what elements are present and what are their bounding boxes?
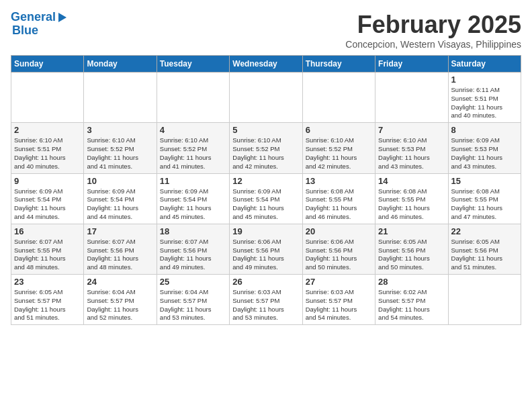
day-info: Sunrise: 6:08 AM Sunset: 5:55 PM Dayligh… [378,187,445,222]
calendar-cell: 10Sunrise: 6:09 AM Sunset: 5:54 PM Dayli… [84,173,157,224]
calendar-cell: 8Sunrise: 6:09 AM Sunset: 5:53 PM Daylig… [448,123,521,173]
page-header: General Blue February 2025 Concepcion, W… [11,11,521,50]
logo: General Blue [11,11,66,38]
weekday-header-friday: Friday [375,56,448,73]
day-number: 5 [232,125,299,135]
calendar-week-row: 2Sunrise: 6:10 AM Sunset: 5:51 PM Daylig… [11,123,521,173]
calendar-cell: 12Sunrise: 6:09 AM Sunset: 5:54 PM Dayli… [230,173,302,224]
day-info: Sunrise: 6:09 AM Sunset: 5:54 PM Dayligh… [160,187,226,222]
weekday-header-saturday: Saturday [448,56,521,73]
calendar-cell: 16Sunrise: 6:07 AM Sunset: 5:55 PM Dayli… [11,224,84,274]
day-info: Sunrise: 6:10 AM Sunset: 5:52 PM Dayligh… [87,136,153,171]
day-number: 28 [378,277,445,287]
calendar-table: SundayMondayTuesdayWednesdayThursdayFrid… [11,55,521,325]
weekday-header-tuesday: Tuesday [157,56,229,73]
calendar-week-row: 1Sunrise: 6:11 AM Sunset: 5:51 PM Daylig… [11,73,521,123]
calendar-cell [84,73,157,123]
calendar-cell: 13Sunrise: 6:08 AM Sunset: 5:55 PM Dayli… [302,173,375,224]
weekday-header-wednesday: Wednesday [230,56,302,73]
day-info: Sunrise: 6:05 AM Sunset: 5:56 PM Dayligh… [451,238,518,272]
logo-arrow-icon [58,13,66,22]
day-number: 1 [451,75,518,85]
day-info: Sunrise: 6:09 AM Sunset: 5:54 PM Dayligh… [232,187,299,222]
day-info: Sunrise: 6:10 AM Sunset: 5:53 PM Dayligh… [378,136,445,171]
day-info: Sunrise: 6:08 AM Sunset: 5:55 PM Dayligh… [306,187,372,222]
logo-text: General [11,11,56,24]
day-number: 25 [160,277,226,287]
calendar-cell: 6Sunrise: 6:10 AM Sunset: 5:52 PM Daylig… [302,123,375,173]
calendar-cell: 9Sunrise: 6:09 AM Sunset: 5:54 PM Daylig… [11,173,84,224]
day-info: Sunrise: 6:10 AM Sunset: 5:52 PM Dayligh… [306,136,372,171]
weekday-header-sunday: Sunday [11,56,84,73]
day-number: 7 [378,125,445,135]
calendar-week-row: 16Sunrise: 6:07 AM Sunset: 5:55 PM Dayli… [11,224,521,274]
calendar-cell: 2Sunrise: 6:10 AM Sunset: 5:51 PM Daylig… [11,123,84,173]
day-info: Sunrise: 6:08 AM Sunset: 5:55 PM Dayligh… [451,187,518,222]
day-number: 24 [87,277,153,287]
day-number: 17 [87,226,153,236]
calendar-cell [448,275,521,325]
calendar-cell [157,73,229,123]
day-number: 2 [14,125,81,135]
day-info: Sunrise: 6:07 AM Sunset: 5:56 PM Dayligh… [160,238,226,272]
day-number: 20 [306,226,372,236]
day-number: 21 [378,226,445,236]
day-number: 4 [160,125,226,135]
calendar-cell: 20Sunrise: 6:06 AM Sunset: 5:56 PM Dayli… [302,224,375,274]
day-number: 6 [306,125,372,135]
calendar-cell: 28Sunrise: 6:02 AM Sunset: 5:57 PM Dayli… [375,275,448,325]
calendar-cell: 22Sunrise: 6:05 AM Sunset: 5:56 PM Dayli… [448,224,521,274]
day-number: 23 [14,277,81,287]
weekday-header-monday: Monday [84,56,157,73]
calendar-cell: 11Sunrise: 6:09 AM Sunset: 5:54 PM Dayli… [157,173,229,224]
calendar-cell [11,73,84,123]
day-number: 22 [451,226,518,236]
weekday-header-thursday: Thursday [302,56,375,73]
calendar-cell: 24Sunrise: 6:04 AM Sunset: 5:57 PM Dayli… [84,275,157,325]
day-info: Sunrise: 6:05 AM Sunset: 5:56 PM Dayligh… [378,238,445,272]
day-number: 16 [14,226,81,236]
day-number: 8 [451,125,518,135]
calendar-cell: 7Sunrise: 6:10 AM Sunset: 5:53 PM Daylig… [375,123,448,173]
month-year: February 2025 [345,11,521,39]
calendar-cell: 23Sunrise: 6:05 AM Sunset: 5:57 PM Dayli… [11,275,84,325]
calendar-cell [302,73,375,123]
day-number: 10 [87,176,153,186]
day-number: 15 [451,176,518,186]
day-info: Sunrise: 6:10 AM Sunset: 5:52 PM Dayligh… [160,136,226,171]
day-number: 3 [87,125,153,135]
day-info: Sunrise: 6:11 AM Sunset: 5:51 PM Dayligh… [451,86,518,120]
day-number: 11 [160,176,226,186]
day-info: Sunrise: 6:09 AM Sunset: 5:53 PM Dayligh… [451,136,518,171]
day-number: 12 [232,176,299,186]
day-info: Sunrise: 6:04 AM Sunset: 5:57 PM Dayligh… [87,288,153,322]
calendar-cell: 14Sunrise: 6:08 AM Sunset: 5:55 PM Dayli… [375,173,448,224]
title-block: February 2025 Concepcion, Western Visaya… [345,11,521,50]
calendar-cell: 4Sunrise: 6:10 AM Sunset: 5:52 PM Daylig… [157,123,229,173]
day-info: Sunrise: 6:05 AM Sunset: 5:57 PM Dayligh… [14,288,81,322]
day-info: Sunrise: 6:07 AM Sunset: 5:56 PM Dayligh… [87,238,153,272]
calendar-week-row: 9Sunrise: 6:09 AM Sunset: 5:54 PM Daylig… [11,173,521,224]
day-info: Sunrise: 6:10 AM Sunset: 5:52 PM Dayligh… [232,136,299,171]
logo-blue: Blue [12,24,38,38]
calendar-cell: 17Sunrise: 6:07 AM Sunset: 5:56 PM Dayli… [84,224,157,274]
calendar-cell: 3Sunrise: 6:10 AM Sunset: 5:52 PM Daylig… [84,123,157,173]
day-info: Sunrise: 6:03 AM Sunset: 5:57 PM Dayligh… [306,288,372,322]
day-number: 19 [232,226,299,236]
day-info: Sunrise: 6:04 AM Sunset: 5:57 PM Dayligh… [160,288,226,322]
day-info: Sunrise: 6:09 AM Sunset: 5:54 PM Dayligh… [14,187,81,222]
calendar-cell: 15Sunrise: 6:08 AM Sunset: 5:55 PM Dayli… [448,173,521,224]
day-info: Sunrise: 6:02 AM Sunset: 5:57 PM Dayligh… [378,288,445,322]
day-info: Sunrise: 6:10 AM Sunset: 5:51 PM Dayligh… [14,136,81,171]
day-info: Sunrise: 6:09 AM Sunset: 5:54 PM Dayligh… [87,187,153,222]
day-number: 9 [14,176,81,186]
day-number: 26 [232,277,299,287]
day-info: Sunrise: 6:07 AM Sunset: 5:55 PM Dayligh… [14,238,81,272]
day-number: 14 [378,176,445,186]
calendar-cell: 27Sunrise: 6:03 AM Sunset: 5:57 PM Dayli… [302,275,375,325]
calendar-cell: 5Sunrise: 6:10 AM Sunset: 5:52 PM Daylig… [230,123,302,173]
calendar-cell: 26Sunrise: 6:03 AM Sunset: 5:57 PM Dayli… [230,275,302,325]
calendar-cell: 19Sunrise: 6:06 AM Sunset: 5:56 PM Dayli… [230,224,302,274]
day-info: Sunrise: 6:06 AM Sunset: 5:56 PM Dayligh… [306,238,372,272]
calendar-cell: 21Sunrise: 6:05 AM Sunset: 5:56 PM Dayli… [375,224,448,274]
